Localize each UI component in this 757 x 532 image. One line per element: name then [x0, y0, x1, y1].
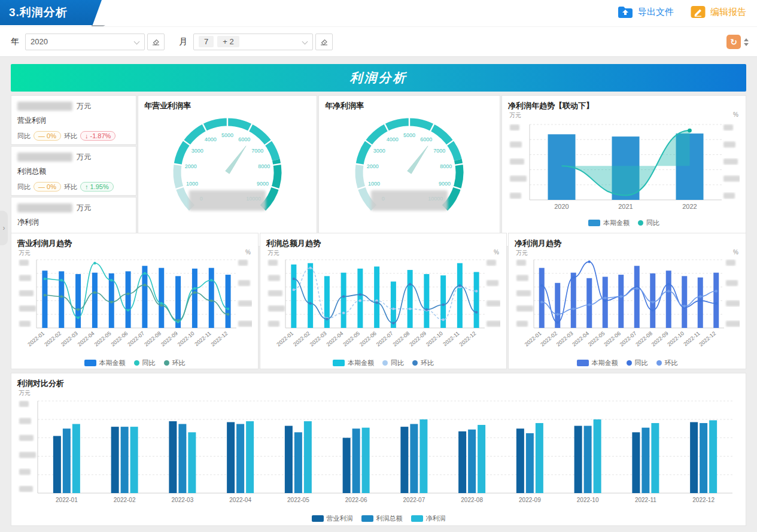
point-环比[interactable] [636, 287, 638, 290]
bar-利润总额[interactable] [642, 428, 649, 493]
legend-item[interactable]: 环比 [412, 358, 434, 367]
point-环比[interactable] [588, 303, 591, 306]
bar-本期金额[interactable] [357, 269, 363, 328]
point-环比[interactable] [127, 293, 129, 295]
bar-本期金额[interactable] [571, 273, 576, 328]
bar-利润总额[interactable] [468, 430, 476, 493]
legend-item[interactable]: 净利润 [411, 514, 446, 523]
bar-本期金额[interactable] [698, 278, 703, 328]
bar-净利润[interactable] [478, 425, 485, 493]
spinner-down-arrow[interactable] [744, 43, 749, 46]
point-同比[interactable] [715, 302, 718, 305]
point-同比[interactable] [60, 279, 63, 281]
legend-item[interactable]: 营业利润 [312, 514, 353, 523]
point-同比[interactable] [293, 288, 295, 291]
point-环比[interactable] [44, 294, 46, 296]
point-环比[interactable] [652, 300, 654, 303]
bar-净利润[interactable] [419, 419, 427, 493]
bar-本期金额[interactable] [126, 271, 131, 328]
point-环比[interactable] [359, 293, 361, 296]
bar-本期金额[interactable] [539, 268, 545, 328]
bar-利润总额[interactable] [236, 424, 244, 494]
point-同比[interactable] [409, 308, 411, 310]
point-同比[interactable] [210, 279, 212, 281]
bar-营业利润[interactable] [574, 426, 582, 493]
bar-本期金额[interactable] [457, 263, 463, 328]
point-环比[interactable] [458, 284, 461, 287]
bar-营业利润[interactable] [53, 436, 61, 493]
point-同比[interactable] [193, 287, 196, 290]
point-同比[interactable] [77, 317, 79, 319]
spinner-up-arrow[interactable] [744, 38, 749, 41]
legend-item[interactable]: 本期金额 [333, 358, 374, 367]
bar-营业利润[interactable] [458, 431, 466, 493]
point-环比[interactable] [572, 308, 574, 310]
point-环比[interactable] [699, 295, 701, 297]
bar-利润总额[interactable] [178, 424, 186, 494]
point-同比[interactable] [540, 284, 543, 287]
year-select[interactable]: 2020 [25, 34, 145, 50]
point-环比[interactable] [110, 300, 113, 303]
point-同比[interactable] [475, 290, 478, 292]
bar-利润总额[interactable] [294, 432, 302, 493]
bar-本期金额[interactable] [308, 263, 313, 328]
legend-item[interactable]: 利润总额 [361, 514, 403, 523]
month-tag-more[interactable]: + 2 [217, 36, 239, 47]
point-环比[interactable] [60, 295, 63, 297]
point-环比[interactable] [193, 291, 196, 294]
bar-营业利润[interactable] [285, 426, 293, 493]
legend-item[interactable]: 本期金额 [588, 218, 630, 227]
point-同比[interactable] [688, 129, 692, 133]
bar-本期金额[interactable] [142, 266, 147, 328]
bar-本期金额[interactable] [209, 268, 214, 328]
point-环比[interactable] [144, 284, 146, 286]
point-同比[interactable] [572, 276, 574, 278]
point-环比[interactable] [683, 305, 686, 307]
legend-item[interactable]: 环比 [164, 358, 186, 367]
point-环比[interactable] [425, 308, 428, 311]
point-环比[interactable] [715, 290, 718, 292]
edit-report-button[interactable]: 编辑报告 [691, 5, 746, 19]
bar-净利润[interactable] [188, 432, 196, 493]
bar-本期金额[interactable] [474, 272, 479, 328]
point-同比[interactable] [93, 262, 96, 265]
refresh-button[interactable]: ↻ [726, 35, 741, 49]
bar-净利润[interactable] [651, 423, 659, 493]
bar-本期金额[interactable] [586, 278, 592, 328]
bar-营业利润[interactable] [227, 422, 235, 493]
point-同比[interactable] [392, 308, 394, 310]
legend-item[interactable]: 同比 [382, 358, 404, 367]
point-同比[interactable] [667, 283, 670, 285]
bar-本期金额[interactable] [226, 275, 231, 328]
bar-利润总额[interactable] [700, 423, 707, 493]
point-环比[interactable] [77, 308, 79, 311]
point-同比[interactable] [359, 299, 361, 302]
bar-本期金额[interactable] [92, 273, 98, 328]
bar-净利润[interactable] [72, 424, 80, 494]
legend-item[interactable]: 同比 [638, 218, 659, 227]
point-环比[interactable] [210, 299, 212, 302]
point-环比[interactable] [475, 311, 478, 314]
point-环比[interactable] [442, 303, 444, 306]
point-环比[interactable] [620, 295, 622, 297]
bar-营业利润[interactable] [343, 438, 351, 493]
point-同比[interactable] [442, 318, 444, 321]
point-同比[interactable] [699, 299, 701, 302]
point-同比[interactable] [227, 308, 229, 310]
bar-本期金额[interactable] [75, 274, 81, 328]
legend-item[interactable]: 本期金额 [577, 358, 618, 367]
bar-利润总额[interactable] [63, 428, 71, 493]
bar-利润总额[interactable] [526, 433, 534, 493]
legend-item[interactable]: 同比 [134, 358, 156, 367]
point-环比[interactable] [392, 322, 394, 324]
bar-净利润[interactable] [130, 427, 138, 493]
bar-本期金额[interactable] [618, 275, 624, 328]
point-环比[interactable] [604, 297, 606, 299]
bar-本期金额[interactable] [713, 273, 719, 328]
point-环比[interactable] [557, 313, 559, 315]
bar-利润总额[interactable] [352, 428, 360, 493]
point-环比[interactable] [342, 295, 345, 297]
bar-利润总额[interactable] [584, 426, 592, 493]
bar-营业利润[interactable] [111, 427, 119, 493]
month-clear-button[interactable] [315, 34, 333, 50]
